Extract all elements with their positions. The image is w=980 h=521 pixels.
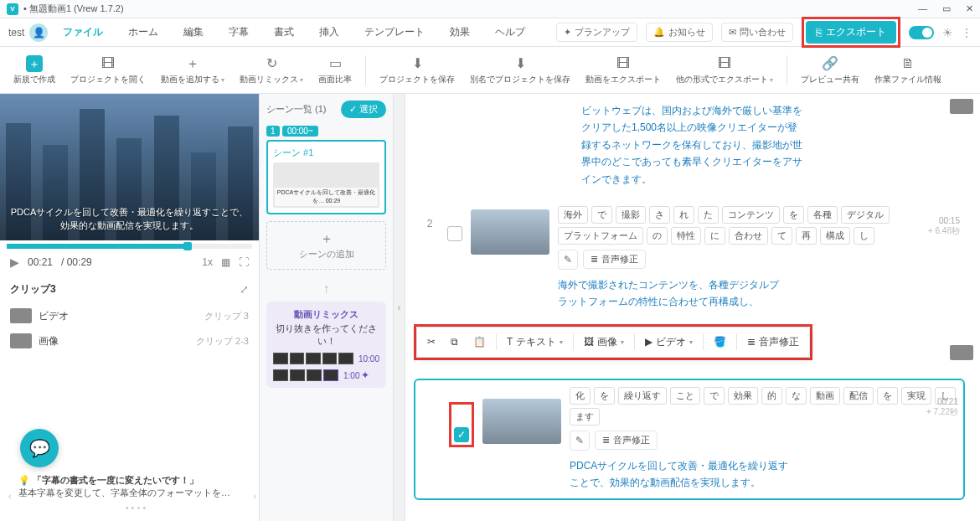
token[interactable]: た xyxy=(698,206,719,224)
copy-button[interactable]: ⧉ xyxy=(444,332,465,352)
edit-icon[interactable]: ✎ xyxy=(558,250,578,270)
tool-save-as[interactable]: ⬇別名でプロジェクトを保存 xyxy=(465,55,575,84)
play-icon[interactable]: ▶ xyxy=(10,255,19,269)
theme-toggle[interactable] xyxy=(909,26,934,39)
menu-insert[interactable]: 挿入 xyxy=(309,22,349,43)
token[interactable]: で xyxy=(591,206,612,224)
add-scene-button[interactable]: ＋シーンの追加 xyxy=(266,221,386,270)
token[interactable]: 的 xyxy=(761,387,782,405)
token[interactable]: さ xyxy=(649,206,670,224)
token[interactable]: れ xyxy=(673,206,694,224)
video-menu[interactable]: ▶ビデオ▾ xyxy=(638,331,699,353)
token[interactable]: 合わせ xyxy=(729,227,768,245)
tool-new[interactable]: ＋新規で作成 xyxy=(8,55,60,85)
user-chip[interactable]: test 👤 xyxy=(8,23,48,42)
segment-checkbox[interactable]: ✓ xyxy=(454,427,469,442)
tool-aspect[interactable]: ▭画面比率 xyxy=(313,55,357,84)
audio-fix-menu[interactable]: ≣音声修正 xyxy=(740,331,806,353)
seek-bar[interactable] xyxy=(7,244,252,249)
segment-row[interactable]: 2 海外で撮影されたコンテンツを各種デジタルプラットフォームの特性に合わせて再構… xyxy=(414,199,965,317)
audio-fix-button[interactable]: ≣音声修正 xyxy=(583,250,646,269)
cut-button[interactable]: ✂ xyxy=(420,332,442,352)
image-menu[interactable]: 🖼画像▾ xyxy=(577,331,631,353)
tool-add-video[interactable]: ＋動画を追加する▾ xyxy=(156,55,230,84)
tool-export-video[interactable]: 🎞動画をエクスポート xyxy=(580,55,666,84)
tool-open-project[interactable]: 🎞プロジェクトを開く xyxy=(65,55,151,84)
token[interactable]: 再 xyxy=(796,227,817,245)
menu-help[interactable]: ヘルプ xyxy=(485,22,535,43)
token[interactable]: を xyxy=(783,206,804,224)
token[interactable]: デジタル xyxy=(841,206,890,224)
token[interactable]: 配信 xyxy=(843,387,874,405)
notifications-button[interactable]: 🔔お知らせ xyxy=(646,23,713,42)
chevron-right-icon[interactable]: › xyxy=(253,491,256,501)
expand-icon[interactable]: ⤢ xyxy=(240,283,249,296)
token[interactable]: 繰り返す xyxy=(618,387,667,405)
window-minimize-icon[interactable]: — xyxy=(918,3,927,14)
menu-subtitle[interactable]: 字幕 xyxy=(219,22,259,43)
token[interactable]: コンテンツ xyxy=(722,206,780,224)
token[interactable]: を xyxy=(877,387,898,405)
preview-caption: PDCAサイクルを回して改善・最適化を繰り返すことで、効果的な動画配信を実現しま… xyxy=(8,206,250,232)
segment-checkbox[interactable] xyxy=(447,226,462,241)
audio-fix-button[interactable]: ≣音声修正 xyxy=(595,431,658,450)
video-preview[interactable]: PDCAサイクルを回して改善・最適化を繰り返すことで、効果的な動画配信を実現しま… xyxy=(0,94,259,240)
token[interactable]: を xyxy=(594,387,615,405)
tips-carousel[interactable]: ‹ 💡 「字幕の書式を一度に変えたいです！」 基本字幕を変更して、字幕全体のフォ… xyxy=(18,474,253,513)
token[interactable]: プラットフォーム xyxy=(558,227,643,245)
plan-upgrade-button[interactable]: ✦プランアップ xyxy=(556,23,637,42)
tool-export-other[interactable]: 🎞他の形式でエクスポート▾ xyxy=(671,55,778,84)
token[interactable]: 特性 xyxy=(671,227,701,245)
token[interactable]: 海外 xyxy=(558,206,588,224)
segment-thumb xyxy=(471,209,549,255)
menu-home[interactable]: ホーム xyxy=(118,22,168,43)
window-titlebar: V • 無題動画1 (Vrew 1.7.2) — ▭ ✕ xyxy=(0,0,980,18)
window-maximize-icon[interactable]: ▭ xyxy=(942,3,951,14)
token[interactable]: て xyxy=(771,227,792,245)
fill-button[interactable]: 🪣 xyxy=(707,332,733,352)
chevron-left-icon[interactable]: ‹ xyxy=(8,491,12,501)
grid-icon[interactable]: ▦ xyxy=(221,256,230,268)
panel-collapse-handle[interactable]: ‹ xyxy=(394,94,405,521)
contact-button[interactable]: ✉問い合わせ xyxy=(721,23,793,42)
token[interactable]: に xyxy=(704,227,725,245)
tool-remix[interactable]: ↻動画リミックス▾ xyxy=(235,55,308,84)
remix-promo[interactable]: 動画リミックス 切り抜きを作ってください！ 10:00 1:00✦ xyxy=(266,302,386,388)
clip-row[interactable]: 画像クリップ 2-3 xyxy=(10,328,249,353)
menu-format[interactable]: 書式 xyxy=(264,22,304,43)
token[interactable]: し xyxy=(854,227,874,245)
kebab-icon[interactable]: ⋮ xyxy=(962,27,972,39)
clip-row[interactable]: ビデオクリップ 3 xyxy=(10,303,249,328)
chat-fab[interactable]: 💬 xyxy=(20,429,59,467)
tool-save[interactable]: ⬇プロジェクトを保存 xyxy=(374,55,460,84)
scenes-select-button[interactable]: ✓選択 xyxy=(341,101,386,118)
menu-file[interactable]: ファイル xyxy=(53,22,113,43)
window-close-icon[interactable]: ✕ xyxy=(966,3,973,14)
token[interactable]: ます xyxy=(570,408,600,426)
menu-template[interactable]: テンプレート xyxy=(354,22,435,43)
scene-card[interactable]: シーン #1 PDCAサイクルを回して改善・最適化を… 00:29 xyxy=(266,140,386,214)
token[interactable]: な xyxy=(786,387,807,405)
token[interactable]: で xyxy=(704,387,725,405)
playback-speed[interactable]: 1x xyxy=(202,256,213,268)
token[interactable]: 効果 xyxy=(728,387,758,405)
tool-preview-share[interactable]: 🔗プレビュー共有 xyxy=(796,55,864,84)
token[interactable]: の xyxy=(647,227,668,245)
token[interactable]: 各種 xyxy=(807,206,838,224)
token[interactable]: 動画 xyxy=(810,387,840,405)
token[interactable]: 撮影 xyxy=(616,206,646,224)
menu-edit[interactable]: 編集 xyxy=(173,22,214,43)
text-menu[interactable]: Tテキスト▾ xyxy=(500,331,570,353)
token[interactable]: 構成 xyxy=(820,227,850,245)
paste-button[interactable]: 📋 xyxy=(467,332,493,352)
menu-effect[interactable]: 効果 xyxy=(440,22,480,43)
segment-row-selected[interactable]: ✓ 化を繰り返すことで効果的な動画配信を実現します ✎ ≣音声修正 PDCAサイ… xyxy=(414,379,965,500)
tool-file-info[interactable]: 🗎作業ファイル情報 xyxy=(869,55,946,84)
edit-icon[interactable]: ✎ xyxy=(570,431,590,451)
copy-icon: ⧉ xyxy=(451,336,458,348)
fullscreen-icon[interactable]: ⛶ xyxy=(239,256,249,268)
export-button[interactable]: ⎘エクスポート xyxy=(806,21,896,44)
arrow-up-icon: ↑ xyxy=(266,281,386,297)
token[interactable]: 化 xyxy=(570,387,591,405)
token[interactable]: こと xyxy=(670,387,700,405)
